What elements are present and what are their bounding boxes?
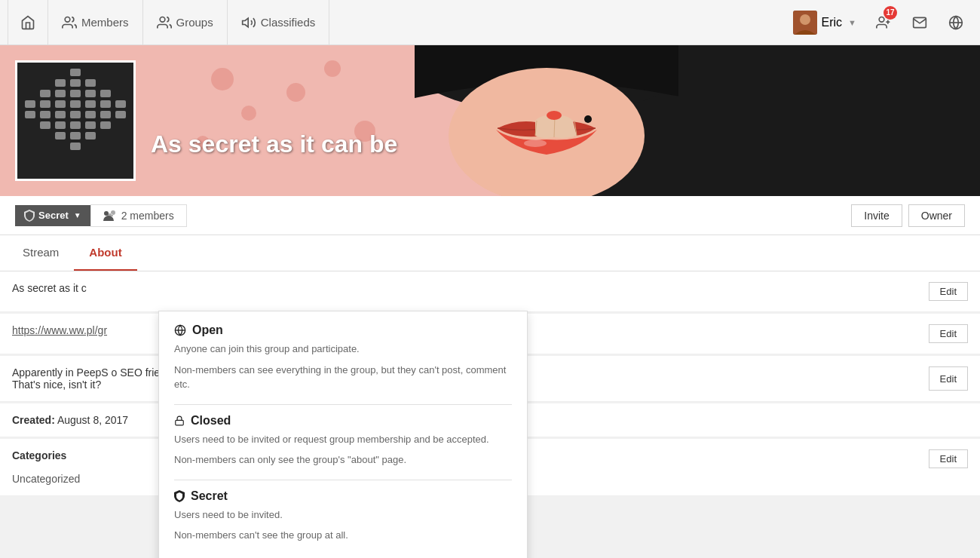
body-text: Apparently in PeepS xyxy=(12,366,109,379)
invite-button[interactable]: Invite xyxy=(851,204,902,227)
group-url[interactable]: https://www.ww.pl/gr xyxy=(12,324,107,336)
groups-nav-label: Groups xyxy=(176,16,213,29)
svg-rect-47 xyxy=(70,143,81,150)
secret-desc-2: Non-members can't see the group at all. xyxy=(174,528,512,543)
edit-categories-button[interactable]: Edit xyxy=(929,449,968,468)
open-label: Open xyxy=(192,323,223,337)
open-option-title: Open xyxy=(174,323,512,337)
group-avatar-image xyxy=(17,63,133,179)
svg-rect-16 xyxy=(70,69,81,76)
group-title: As secret as it can be xyxy=(151,130,397,158)
svg-rect-18 xyxy=(70,79,81,87)
shield-option-icon xyxy=(174,490,185,502)
groups-icon xyxy=(157,15,172,30)
closed-option[interactable]: Closed Users need to be invited or reque… xyxy=(174,414,512,468)
classifieds-icon xyxy=(241,15,256,30)
secret-option[interactable]: Secret Users need to be invited. Non-mem… xyxy=(174,489,512,543)
svg-point-14 xyxy=(547,111,562,120)
svg-rect-39 xyxy=(40,121,51,129)
created-row-content: Created: August 8, 2017 xyxy=(12,414,128,426)
svg-rect-40 xyxy=(55,121,66,129)
group-avatar xyxy=(15,60,136,181)
group-type-badge[interactable]: Secret ▼ xyxy=(15,205,90,226)
svg-rect-30 xyxy=(100,100,111,108)
svg-rect-38 xyxy=(115,111,126,118)
groups-nav-item[interactable]: Groups xyxy=(143,0,228,45)
svg-rect-21 xyxy=(55,90,66,97)
members-count-label: 2 members xyxy=(121,210,174,222)
nav-right: Eric ▼ 17 xyxy=(786,0,972,45)
svg-rect-24 xyxy=(100,90,111,97)
svg-marker-2 xyxy=(242,18,248,27)
group-subbar: Secret ▼ 2 members Invite Owner xyxy=(0,196,980,235)
closed-label: Closed xyxy=(191,414,231,428)
svg-point-12 xyxy=(524,140,547,147)
svg-point-5 xyxy=(879,17,884,22)
svg-rect-43 xyxy=(100,121,111,129)
settings-btn[interactable] xyxy=(939,0,972,45)
group-type-label: Secret xyxy=(38,210,69,221)
globe-option-icon xyxy=(174,324,186,336)
cover-dot-1 xyxy=(211,68,234,90)
divider-2 xyxy=(174,480,512,480)
svg-rect-23 xyxy=(85,90,96,97)
svg-rect-32 xyxy=(25,111,35,118)
edit-body-button[interactable]: Edit xyxy=(929,366,968,391)
svg-rect-31 xyxy=(115,100,126,108)
svg-rect-35 xyxy=(70,111,81,118)
categories-label: Categories xyxy=(12,449,66,468)
svg-point-0 xyxy=(65,17,70,22)
svg-rect-50 xyxy=(176,420,184,425)
svg-point-13 xyxy=(584,115,592,123)
members-icon xyxy=(62,15,77,30)
tab-about[interactable]: About xyxy=(74,235,136,271)
members-nav-item[interactable]: Members xyxy=(48,0,143,45)
svg-rect-29 xyxy=(85,100,96,108)
closed-desc-1: Users need to be invited or request grou… xyxy=(174,432,512,447)
top-navigation: Members Groups Classifieds xyxy=(0,0,980,45)
uncategorized-link[interactable]: Uncategorized xyxy=(12,473,80,485)
svg-rect-27 xyxy=(55,100,66,108)
secret-desc-1: Users need to be invited. xyxy=(174,507,512,523)
cover-lips-art xyxy=(264,45,678,196)
closed-option-title: Closed xyxy=(174,414,512,428)
svg-point-4 xyxy=(800,14,810,25)
lock-option-icon xyxy=(174,415,185,427)
description-text: As secret as it c xyxy=(12,282,87,294)
cover-dot-2 xyxy=(241,106,256,121)
svg-rect-34 xyxy=(55,111,66,118)
classifieds-nav-item[interactable]: Classifieds xyxy=(228,0,330,45)
secret-shield-icon xyxy=(24,210,35,222)
created-date: August 8, 2017 xyxy=(57,414,128,426)
owner-button[interactable]: Owner xyxy=(908,204,965,227)
user-menu[interactable]: Eric ▼ xyxy=(786,11,864,35)
type-dropdown-arrow: ▼ xyxy=(74,211,81,219)
svg-rect-41 xyxy=(70,121,81,129)
classifieds-nav-label: Classifieds xyxy=(261,16,316,29)
svg-rect-42 xyxy=(85,121,96,129)
svg-rect-19 xyxy=(85,79,96,87)
messages-btn[interactable] xyxy=(903,0,936,45)
type-dropdown-popup: Open Anyone can join this group and part… xyxy=(158,311,528,558)
svg-rect-46 xyxy=(85,132,96,140)
members-nav-label: Members xyxy=(81,16,129,29)
created-label: Created: xyxy=(12,414,55,426)
friend-requests-btn[interactable]: 17 xyxy=(867,0,900,45)
body-note: That's nice, isn't it? xyxy=(12,379,101,391)
secret-label: Secret xyxy=(191,489,228,503)
open-option[interactable]: Open Anyone can join this group and part… xyxy=(174,323,512,392)
svg-rect-28 xyxy=(70,100,81,108)
divider-1 xyxy=(174,404,512,405)
edit-url-button[interactable]: Edit xyxy=(929,324,968,343)
members-count-icon xyxy=(103,210,117,221)
home-icon xyxy=(20,15,35,30)
home-nav-item[interactable] xyxy=(8,0,48,45)
group-cover: As secret as it can be xyxy=(0,45,980,196)
tab-stream[interactable]: Stream xyxy=(8,235,74,271)
secret-option-title: Secret xyxy=(174,489,512,503)
description-row: As secret as it c Edit xyxy=(0,271,980,312)
notification-badge: 17 xyxy=(884,6,897,20)
svg-rect-20 xyxy=(40,90,51,97)
user-dropdown-arrow: ▼ xyxy=(848,18,856,27)
edit-description-button[interactable]: Edit xyxy=(929,282,968,301)
